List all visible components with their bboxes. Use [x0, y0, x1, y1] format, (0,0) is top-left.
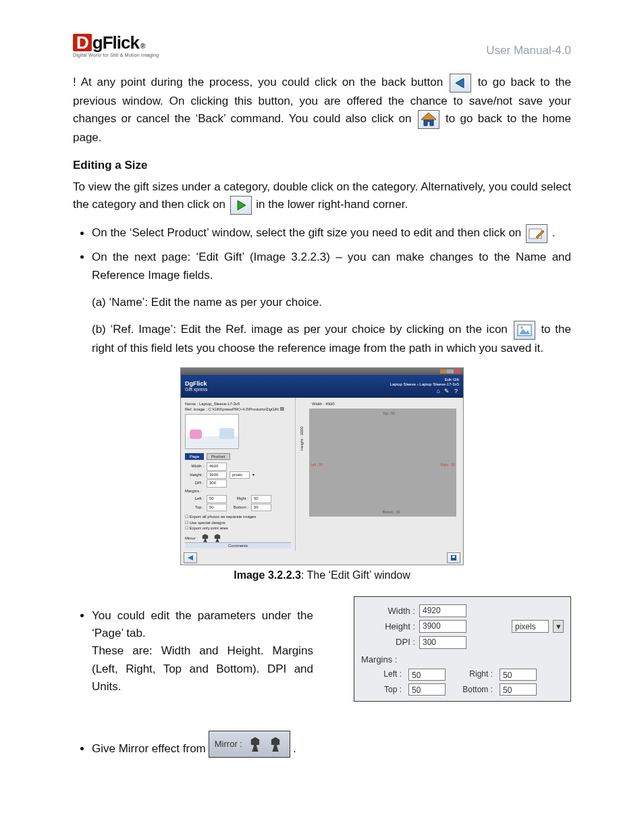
egw-body: Name : Laptop_Sleeve-17-3x5 Ref. Image :…	[181, 398, 463, 551]
ref-image-field: Ref. Image : C:\GiftXpressPRO-4.0\Produc…	[185, 407, 291, 411]
edit-p2-post: in the lower right-hand corner.	[256, 199, 408, 211]
logo-reg-mark: ®	[140, 43, 144, 50]
chk-export-photos[interactable]: ☐ Export all photos as separate images	[185, 514, 291, 519]
tab-page[interactable]: Page	[185, 453, 204, 460]
logo-main: D gFlick ®	[73, 34, 159, 51]
pt-top-value[interactable]: 50	[408, 683, 446, 696]
name-label: Name :	[185, 402, 198, 406]
unit-dd[interactable]: pixels	[230, 471, 250, 479]
os-titlebar	[181, 368, 463, 375]
checkbox-group: ☐ Export all photos as separate images ☐…	[185, 514, 291, 531]
b1-pre: On the ‘Select Product’ window, select t…	[92, 227, 525, 240]
silhouette-icon[interactable]	[200, 534, 210, 542]
edit-pencil-icon	[526, 224, 547, 243]
logo-d: D	[73, 34, 92, 51]
svg-marker-10	[188, 555, 193, 561]
right-val[interactable]: 50	[251, 495, 271, 503]
window-controls-icon	[440, 369, 460, 373]
edit-p2: To view the gift sizes under a category,…	[73, 178, 571, 215]
sub-a: (a) ‘Name’: Edit the name as per your ch…	[73, 294, 571, 311]
pt-top-label: Top :	[361, 683, 402, 696]
bot-val[interactable]: 50	[251, 504, 271, 512]
pt-bottom-label: Bottom :	[452, 683, 493, 696]
preview-canvas: Width : 4920 Height : 3900 Top : 50 Bott…	[309, 409, 456, 517]
w-lbl: Width :	[185, 463, 204, 470]
chevron-down-icon[interactable]: ▾	[252, 472, 254, 479]
svg-marker-4	[238, 201, 246, 210]
mirror-post: .	[293, 740, 296, 758]
top-val[interactable]: 50	[207, 504, 227, 512]
tab-product[interactable]: Product	[207, 453, 230, 460]
silhouette-right-icon[interactable]	[268, 737, 283, 752]
axis-width: Width : 4920	[312, 402, 335, 406]
pt-width-value[interactable]: 4920	[419, 604, 466, 617]
ref-image-thumb	[185, 414, 239, 449]
app-toolbar: DgFlick Gift xpress Edit Gift Laptop Sle…	[181, 375, 463, 398]
right-lbl: Right :	[230, 496, 248, 502]
mirror-section: Give Mirror effect from Mirror : .	[73, 731, 571, 758]
mirror-label-small: Mirror :	[185, 536, 198, 540]
pt-left-value[interactable]: 50	[408, 669, 446, 681]
bullet-mirror: Give Mirror effect from Mirror : .	[92, 731, 571, 758]
left-val[interactable]: 50	[207, 495, 227, 503]
mirror-widget: Mirror :	[209, 731, 290, 758]
bullet-list-3: Give Mirror effect from Mirror : .	[73, 731, 571, 758]
bot-lbl: Bottom :	[230, 504, 248, 511]
silhouette-left-icon[interactable]	[248, 737, 263, 752]
body-text: ! At any point during the process, you c…	[73, 74, 571, 358]
logo: D gFlick ® Digital World for Still & Mot…	[73, 34, 159, 57]
pt-dpi-label: DPI :	[361, 635, 415, 649]
logo-rest: gFlick	[92, 34, 139, 51]
svg-marker-1	[456, 78, 464, 88]
pt-height-label: Height :	[361, 620, 415, 633]
svg-marker-3	[421, 113, 436, 120]
pt-height-value[interactable]: 3900	[419, 620, 466, 633]
intro-p1: ! At any point during the process, you c…	[73, 74, 571, 147]
dpi-val[interactable]: 300	[207, 479, 227, 488]
back-button[interactable]	[184, 552, 197, 563]
pt-left-label: Left :	[361, 668, 402, 681]
ref-value: C:\GiftXpressPRO-4.0\Products\DgGift\	[208, 407, 279, 411]
chevron-down-icon[interactable]: ▾	[553, 620, 564, 633]
pt-width-label: Width :	[361, 604, 415, 618]
pt-unit-select[interactable]: pixels	[512, 620, 549, 633]
comments-bar[interactable]: Comments	[185, 542, 291, 548]
pt-bottom-value[interactable]: 50	[500, 683, 537, 696]
chk-export-print-area[interactable]: ☐ Export only print area	[185, 525, 291, 531]
page-tab-text-2: These are: Width and Height. Margins (Le…	[92, 644, 313, 693]
toolbar-title: Edit Gift	[390, 377, 459, 382]
chk3-label: Export only print area	[190, 526, 228, 530]
save-button[interactable]	[447, 552, 460, 563]
logo-tagline: Digital World for Still & Motion Imaging	[73, 53, 159, 57]
pt-right-value[interactable]: 50	[500, 669, 537, 681]
bullet-list-2: You could edit the parameters under the …	[73, 602, 313, 702]
toolbar-brand: DgFlick	[185, 380, 207, 387]
ref-label: Ref. Image :	[185, 407, 207, 411]
document-page: D gFlick ® Digital World for Still & Mot…	[0, 0, 644, 834]
toolbar-right: Edit Gift Laptop Sleeve › Laptop Sleeve-…	[390, 377, 459, 395]
params-table: Width : 4920 Height : 3900 pixels ▾ DPI …	[354, 596, 571, 702]
browse-icon[interactable]: 🖼	[280, 407, 284, 411]
chk2-label: Use special designs	[190, 521, 225, 525]
page-header: D gFlick ® Digital World for Still & Mot…	[73, 34, 571, 57]
w-val[interactable]: 4920	[207, 463, 227, 471]
chk-special-designs[interactable]: ☐ Use special designs	[185, 520, 291, 525]
figure-caption: Image 3.2.2.3: The ‘Edit Gift’ window	[73, 569, 571, 581]
sub-b-pre: (b) ‘Ref. Image’: Edit the Ref. image as…	[92, 323, 512, 336]
forward-arrow-icon	[230, 196, 252, 215]
app-brand: DgFlick Gift xpress	[185, 380, 207, 392]
back-arrow-icon	[450, 74, 471, 93]
bullet-page-tab: You could edit the parameters under the …	[92, 607, 313, 696]
h-lbl: Height :	[185, 472, 204, 479]
guide-left: Left : 50	[311, 463, 323, 467]
h-val[interactable]: 3900	[207, 471, 227, 479]
page-params: Width :4920 Height :3900pixels▾ DPI :300…	[185, 463, 291, 512]
section-title: Editing a Size	[73, 157, 571, 174]
silhouette-flip-icon[interactable]	[213, 534, 222, 542]
pt-dpi-value[interactable]: 300	[419, 636, 466, 649]
caption-rest: : The ‘Edit Gift’ window	[301, 569, 410, 581]
mirror-row-small: Mirror :	[185, 534, 291, 542]
left-lbl: Left :	[185, 496, 204, 502]
name-value: Laptop_Sleeve-17-3x5	[199, 402, 240, 406]
mirror-widget-label: Mirror :	[215, 737, 242, 751]
